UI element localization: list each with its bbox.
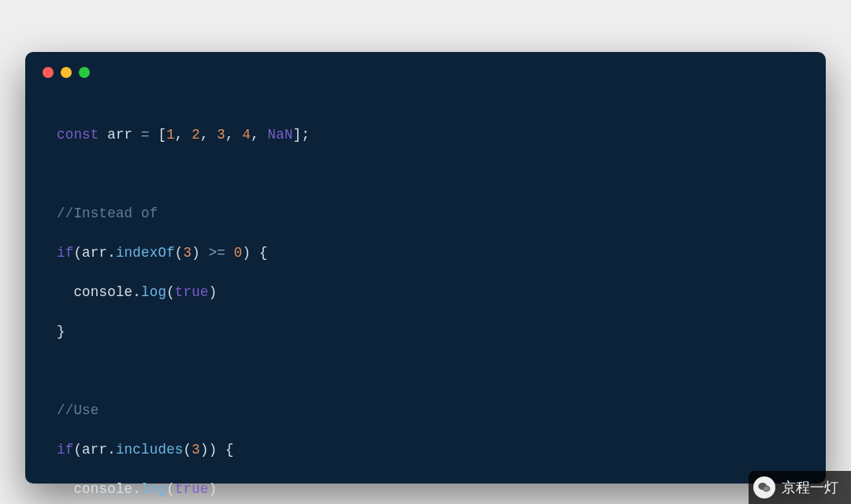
code-block: const arr = [1, 2, 3, 4, NaN]; //Instead… bbox=[25, 79, 826, 504]
identifier-console: console bbox=[73, 284, 132, 300]
paren: ) bbox=[209, 481, 217, 497]
code-line: //Use bbox=[57, 401, 794, 421]
paren: ( bbox=[166, 481, 175, 497]
code-line: //Instead of bbox=[57, 204, 794, 224]
comment: //Use bbox=[57, 402, 99, 418]
dot: . bbox=[132, 481, 141, 497]
operator: >= bbox=[209, 245, 225, 261]
code-line: } bbox=[57, 322, 794, 342]
code-window: const arr = [1, 2, 3, 4, NaN]; //Instead… bbox=[25, 52, 826, 484]
window-titlebar bbox=[25, 66, 826, 79]
paren: ) bbox=[191, 245, 200, 261]
close-icon[interactable] bbox=[43, 67, 54, 78]
paren: ( bbox=[73, 245, 82, 261]
comma: , bbox=[225, 127, 234, 143]
blank-line bbox=[57, 361, 794, 381]
paren: ( bbox=[175, 245, 184, 261]
bracket: [ bbox=[158, 127, 166, 143]
brace: { bbox=[225, 442, 234, 458]
wechat-icon bbox=[753, 476, 775, 498]
brace: } bbox=[57, 324, 65, 339]
paren: ) bbox=[209, 284, 217, 300]
brace: { bbox=[259, 245, 268, 261]
watermark-text: 京程一灯 bbox=[782, 478, 838, 497]
number: 3 bbox=[217, 127, 225, 143]
paren: ( bbox=[166, 284, 175, 300]
comment: //Instead of bbox=[57, 206, 158, 221]
method-includes: includes bbox=[116, 442, 184, 458]
code-line: if(arr.includes(3)) { bbox=[57, 440, 794, 460]
code-line: console.log(true) bbox=[57, 480, 794, 499]
blank-line bbox=[57, 165, 794, 184]
number: 3 bbox=[184, 245, 192, 261]
keyword-const: const bbox=[57, 127, 99, 143]
method-indexof: indexOf bbox=[116, 245, 175, 261]
comma: , bbox=[251, 127, 259, 143]
paren: ( bbox=[184, 442, 192, 458]
paren: ( bbox=[73, 442, 82, 458]
svg-point-1 bbox=[764, 486, 770, 491]
method-log: log bbox=[141, 284, 166, 300]
semicolon: ; bbox=[301, 127, 310, 143]
dot: . bbox=[107, 442, 116, 458]
keyword-if: if bbox=[57, 442, 73, 458]
code-line: console.log(true) bbox=[57, 283, 794, 302]
constant-true: true bbox=[175, 481, 209, 497]
number: 3 bbox=[191, 442, 200, 458]
keyword-if: if bbox=[57, 245, 73, 261]
indent bbox=[57, 284, 73, 300]
paren: ) bbox=[200, 442, 209, 458]
identifier: arr bbox=[82, 245, 107, 261]
number: 0 bbox=[234, 245, 243, 261]
paren: ) bbox=[242, 245, 251, 261]
paren: ) bbox=[209, 442, 217, 458]
number: 2 bbox=[191, 127, 200, 143]
zoom-icon[interactable] bbox=[79, 67, 90, 78]
dot: . bbox=[132, 284, 141, 300]
indent bbox=[57, 481, 73, 497]
constant-nan: NaN bbox=[268, 127, 293, 143]
identifier: arr bbox=[82, 442, 107, 458]
identifier: arr bbox=[107, 127, 132, 143]
comma: , bbox=[175, 127, 184, 143]
method-log: log bbox=[141, 481, 166, 497]
code-line: if(arr.indexOf(3) >= 0) { bbox=[57, 243, 794, 263]
watermark-badge: 京程一灯 bbox=[749, 471, 851, 504]
operator: = bbox=[141, 127, 150, 143]
stage: const arr = [1, 2, 3, 4, NaN]; //Instead… bbox=[0, 0, 851, 504]
comma: , bbox=[200, 127, 209, 143]
identifier-console: console bbox=[73, 481, 132, 497]
constant-true: true bbox=[175, 284, 209, 300]
number: 4 bbox=[242, 127, 251, 143]
bracket: ] bbox=[293, 127, 302, 143]
code-line: const arr = [1, 2, 3, 4, NaN]; bbox=[57, 125, 794, 145]
dot: . bbox=[107, 245, 116, 261]
minimize-icon[interactable] bbox=[61, 67, 72, 78]
number: 1 bbox=[166, 127, 175, 143]
